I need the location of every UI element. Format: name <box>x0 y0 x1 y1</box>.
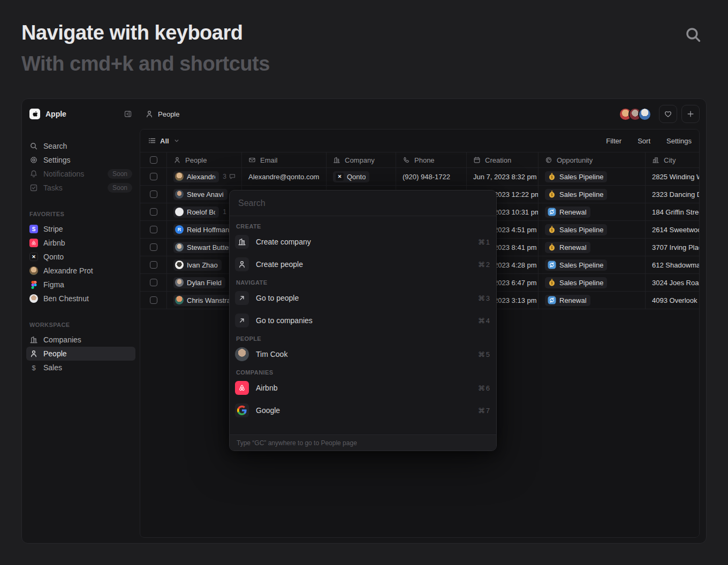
palette-item-google[interactable]: Google ⌘7 <box>235 403 491 418</box>
row-checkbox[interactable] <box>150 261 157 269</box>
palette-item-create-people[interactable]: Create people ⌘2 <box>235 257 491 272</box>
sidebar: Apple Search Settings Notifications Soon <box>22 99 140 543</box>
company-cell[interactable]: ✕Qonto <box>327 168 396 186</box>
city-icon <box>652 156 659 164</box>
favorite-ben-chestnut[interactable]: Ben Chestnut <box>26 292 135 306</box>
search-icon[interactable] <box>684 26 702 44</box>
select-all-checkbox[interactable] <box>150 156 157 164</box>
avatar <box>235 347 249 361</box>
workspace-name: Apple <box>46 110 124 118</box>
city-cell[interactable]: 2614 Sweetwood <box>646 221 699 239</box>
shortcut-badge: ⌘6 <box>478 384 491 392</box>
opportunity-cell[interactable]: Sales Pipeline <box>539 186 646 203</box>
comment-icon <box>229 173 236 180</box>
opportunity-icon <box>548 261 556 269</box>
avatar <box>175 172 184 181</box>
person-cell[interactable]: Alexandre Prot3 <box>167 168 242 186</box>
opportunity-cell[interactable]: Sales Pipeline <box>539 221 646 239</box>
workspace-switcher[interactable]: Apple <box>26 106 135 121</box>
favorite-figma[interactable]: Figma <box>26 278 135 292</box>
figma-logo-icon <box>29 280 38 289</box>
city-cell[interactable]: 2323 Dancing Dove <box>646 186 699 203</box>
calendar-icon <box>473 156 481 164</box>
sort-button[interactable]: Sort <box>638 137 650 145</box>
email-cell[interactable]: Alexandre@qonto.com <box>242 168 327 186</box>
sidebar-item-people[interactable]: People <box>26 347 135 361</box>
palette-item-create-company[interactable]: Create company ⌘1 <box>235 234 491 249</box>
target-icon <box>545 156 552 164</box>
row-checkbox[interactable] <box>150 279 157 286</box>
column-header-opportunity[interactable]: Opportunity <box>539 152 646 168</box>
sidebar-item-search[interactable]: Search <box>26 139 135 153</box>
add-record-button[interactable] <box>681 105 700 123</box>
table-header: People Email Company Phone Creation Oppo… <box>140 152 699 168</box>
row-checkbox[interactable] <box>150 173 157 180</box>
opportunity-cell[interactable]: Sales Pipeline <box>539 256 646 274</box>
city-cell[interactable]: 2825 Winding Way <box>646 168 699 186</box>
breadcrumb: People <box>145 110 179 118</box>
palette-item-airbnb[interactable]: Airbnb ⌘6 <box>235 380 491 395</box>
person-icon <box>29 349 38 358</box>
filter-button[interactable]: Filter <box>606 137 621 145</box>
opportunity-cell[interactable]: Sales Pipeline <box>539 168 646 186</box>
opportunity-chip: Sales Pipeline <box>545 259 607 271</box>
row-checkbox[interactable] <box>150 226 157 233</box>
creation-cell[interactable]: Jun 7, 2023 8:32 pm <box>467 168 539 186</box>
city-cell[interactable]: 3707 Irving Place <box>646 239 699 256</box>
opportunity-icon <box>548 243 556 251</box>
column-header-city[interactable]: City <box>646 152 699 168</box>
opportunity-cell[interactable]: Sales Pipeline <box>539 274 646 292</box>
person-chip: Chris Wanstrath <box>173 295 236 306</box>
column-header-creation[interactable]: Creation <box>467 152 539 168</box>
column-header-phone[interactable]: Phone <box>396 152 467 168</box>
column-header-email[interactable]: Email <box>242 152 327 168</box>
person-icon <box>235 257 249 271</box>
palette-item-tim-cook[interactable]: Tim Cook ⌘5 <box>235 347 491 362</box>
mail-icon <box>248 156 256 164</box>
phone-cell[interactable]: (920) 948-1722 <box>396 168 467 186</box>
favorite-alexandre-prot[interactable]: Alexandre Prot <box>26 264 135 278</box>
sidebar-nav: Search Settings Notifications Soon Tasks… <box>26 139 135 195</box>
row-checkbox[interactable] <box>150 296 157 304</box>
sidebar-item-companies[interactable]: Companies <box>26 333 135 347</box>
arrow-up-right-icon <box>235 314 249 327</box>
opportunity-chip: Sales Pipeline <box>545 189 607 200</box>
favorite-qonto[interactable]: ✕ Qonto <box>26 250 135 264</box>
shortcut-badge: ⌘7 <box>478 407 491 415</box>
row-checkbox[interactable] <box>150 208 157 216</box>
sidebar-item-sales[interactable]: $ Sales <box>26 361 135 375</box>
opportunity-cell[interactable]: Renewal <box>539 292 646 309</box>
collapse-sidebar-icon[interactable] <box>124 110 132 118</box>
settings-button[interactable]: Settings <box>666 137 692 145</box>
city-cell[interactable]: 3024 Joes Road <box>646 274 699 292</box>
avatar <box>175 296 184 304</box>
sidebar-item-notifications: Notifications Soon <box>26 167 135 181</box>
favorite-airbnb[interactable]: Airbnb <box>26 236 135 250</box>
column-header-company[interactable]: Company <box>327 152 396 168</box>
avatar <box>175 190 184 198</box>
palette-item-go-to-people[interactable]: Go to people ⌘3 <box>235 291 491 306</box>
favorite-stripe[interactable]: S Stripe <box>26 222 135 236</box>
row-checkbox[interactable] <box>150 190 157 198</box>
palette-search-input[interactable] <box>238 198 488 208</box>
city-cell[interactable]: 612 Shadowman <box>646 256 699 274</box>
opportunity-chip: Renewal <box>545 242 590 253</box>
city-cell[interactable]: 4093 Overlook <box>646 292 699 309</box>
opportunity-cell[interactable]: Renewal <box>539 203 646 221</box>
favorite-button[interactable] <box>659 105 677 123</box>
row-checkbox-cell <box>140 168 167 186</box>
row-checkbox[interactable] <box>150 243 157 251</box>
renewal-icon <box>548 261 556 269</box>
list-icon <box>148 136 156 145</box>
palette-item-go-to-companies[interactable]: Go to companies ⌘4 <box>235 313 491 328</box>
sidebar-item-settings[interactable]: Settings <box>26 153 135 167</box>
view-selector[interactable]: All <box>148 136 180 145</box>
column-header-people[interactable]: People <box>167 152 242 168</box>
city-cell[interactable]: 184 Griffin Street <box>646 203 699 221</box>
opportunity-chip: Renewal <box>545 207 590 218</box>
moneybag-icon <box>548 243 556 251</box>
person-name: Steve Anavi <box>187 190 224 198</box>
row-checkbox-cell <box>140 292 167 309</box>
opportunity-cell[interactable]: Renewal <box>539 239 646 256</box>
sidebar-item-label: Notifications <box>43 170 84 178</box>
